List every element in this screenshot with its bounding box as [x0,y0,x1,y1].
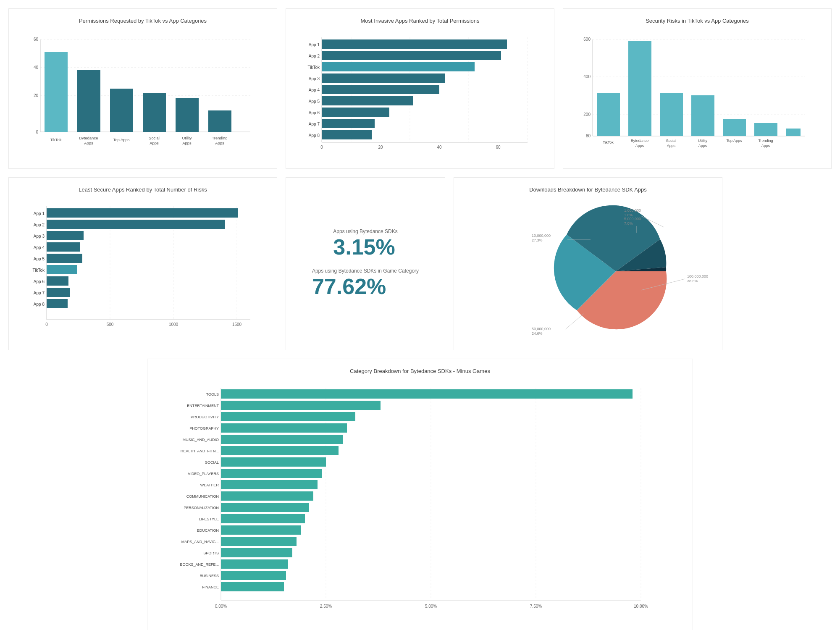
bar3-extra [786,129,801,136]
bar6-health [221,446,339,455]
bar4-app4 [47,242,80,252]
svg-text:App 8: App 8 [34,302,45,307]
chart-pie: Downloads Breakdown for Bytedance SDK Ap… [454,177,722,350]
bar-tiktok2 [322,62,475,71]
svg-text:Apps: Apps [150,141,159,145]
svg-text:App 5: App 5 [309,99,320,104]
bar6-photo [221,423,347,433]
svg-text:40: 40 [34,65,39,70]
svg-text:2.50%: 2.50% [320,604,332,609]
bar6-sports [221,548,292,557]
bar6-biz [221,571,286,580]
svg-text:1000: 1000 [169,322,178,327]
dashboard: Permissions Requested by TikTok vs App C… [8,8,832,630]
svg-text:Apps: Apps [182,141,192,145]
bar4-app1 [47,208,238,218]
bar-app8 [322,130,372,139]
svg-text:20: 20 [34,93,39,98]
bar6-finance [221,582,284,591]
bar4-app8 [47,299,68,308]
stat1-label: Apps using Bytedance SDKs [333,228,397,234]
bar-app6 [322,108,389,117]
svg-text:27.3%: 27.3% [532,238,543,242]
svg-text:Bytedance: Bytedance [631,139,649,143]
bar-bytedance [77,70,100,132]
svg-text:400: 400 [583,74,591,79]
svg-line-80 [565,313,584,329]
bar-app1 [322,39,507,49]
bar6-music [221,435,343,444]
bar6-prod [221,412,355,421]
bar3-topapps [723,119,746,136]
bar6-weather [221,480,318,489]
bar3-tiktok [597,93,620,136]
bar-app3 [322,74,445,83]
svg-text:SOCIAL: SOCIAL [205,460,219,465]
svg-text:Apps: Apps [761,144,770,148]
bar6-social [221,457,326,467]
chart2-title: Most Invasive Apps Ranked by Total Permi… [292,17,548,25]
svg-text:Apps: Apps [84,141,93,145]
svg-text:PHOTOGRAPHY: PHOTOGRAPHY [189,426,219,430]
svg-text:MUSIC_AND_AUDIO: MUSIC_AND_AUDIO [182,438,219,442]
row-3: Category Breakdown for Bytedance SDKs - … [8,359,832,630]
svg-text:60: 60 [34,37,39,42]
chart2-svg: 0 20 40 60 App 1 App 2 TikTok App 3 A [292,31,536,161]
bar6-comm [221,491,313,501]
svg-text:TikTok: TikTok [50,137,61,142]
svg-text:MAPS_AND_NAVIG...: MAPS_AND_NAVIG... [181,540,219,544]
svg-text:Bytedance: Bytedance [79,136,98,140]
svg-text:60: 60 [496,145,501,150]
bar4-app2 [47,220,225,229]
bar-utility [176,98,199,132]
svg-text:LIFESTYLE: LIFESTYLE [199,517,219,521]
bar6-life [221,514,305,523]
svg-text:24.6%: 24.6% [532,331,543,336]
svg-text:TikTok: TikTok [603,140,614,144]
bar6-tools [221,389,633,399]
chart1-svg: 60 40 20 0 TikTok Bytedan [15,31,267,157]
chart-category: Category Breakdown for Bytedance SDKs - … [147,359,693,630]
svg-text:App 2: App 2 [309,54,320,58]
svg-text:7.50%: 7.50% [530,604,542,609]
bar-app4 [322,85,439,94]
stats-box: Apps using Bytedance SDKs 3.15% Apps usi… [286,177,445,350]
bar6-ent [221,401,381,410]
bar-app7 [322,119,375,128]
svg-text:WEATHER: WEATHER [200,483,219,487]
chart-permissions: Permissions Requested by TikTok vs App C… [8,8,277,169]
svg-text:App 7: App 7 [34,291,45,295]
bar-tiktok [45,52,68,132]
svg-text:App 4: App 4 [34,245,45,250]
svg-text:PRODUCTIVITY: PRODUCTIVITY [191,415,219,419]
svg-text:Social: Social [666,139,677,143]
svg-text:40: 40 [437,145,442,150]
svg-text:20: 20 [378,145,383,150]
svg-text:App 2: App 2 [34,223,45,227]
svg-text:10,000,000: 10,000,000 [532,234,551,238]
bar4-tiktok [47,265,77,274]
svg-text:PERSONALIZATION: PERSONALIZATION [184,506,219,510]
bar4-app5 [47,254,82,263]
bar4-app7 [47,288,70,297]
svg-text:TikTok: TikTok [32,268,45,273]
chart3-title: Security Risks in TikTok vs App Categori… [570,17,825,25]
svg-text:BUSINESS: BUSINESS [200,574,219,578]
stat2-label: Apps using Bytedance SDKs in Game Catego… [312,268,419,274]
svg-text:EDUCATION: EDUCATION [197,528,219,533]
svg-text:App 3: App 3 [34,234,45,239]
svg-text:App 1: App 1 [309,42,320,47]
svg-text:TOOLS: TOOLS [206,392,219,396]
bar4-app3 [47,231,84,240]
bar6-pers [221,503,309,512]
bar3-utility [691,95,714,136]
svg-text:App 4: App 4 [309,88,320,92]
svg-text:Apps: Apps [667,144,676,148]
svg-text:10.00%: 10.00% [634,604,648,609]
svg-text:App 5: App 5 [34,257,45,261]
svg-text:App 6: App 6 [34,279,45,284]
svg-text:7.0%: 7.0% [624,221,633,226]
svg-text:0.00%: 0.00% [215,604,227,609]
stat1-value: 3.15% [333,234,397,260]
chart4-svg: 0 500 1000 1500 App 1 App 2 App 3 App 4 … [15,200,267,339]
